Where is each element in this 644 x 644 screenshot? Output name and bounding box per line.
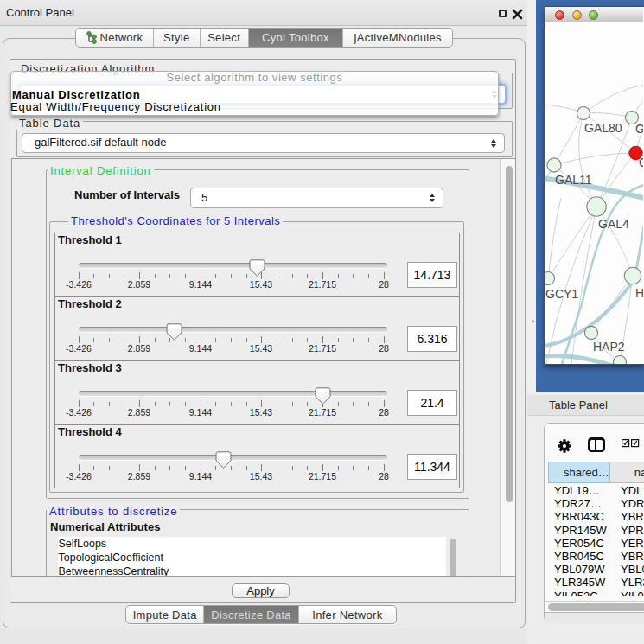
- svg-text:GCY1: GCY1: [545, 287, 578, 301]
- svg-text:C: C: [639, 156, 643, 169]
- svg-text:H: H: [635, 286, 643, 300]
- svg-text:GAL11: GAL11: [555, 173, 592, 187]
- svg-text:HAP2: HAP2: [593, 340, 625, 354]
- svg-text:G.: G.: [635, 122, 643, 136]
- svg-text:GAL4: GAL4: [598, 217, 629, 231]
- svg-text:GAL80: GAL80: [584, 121, 622, 135]
